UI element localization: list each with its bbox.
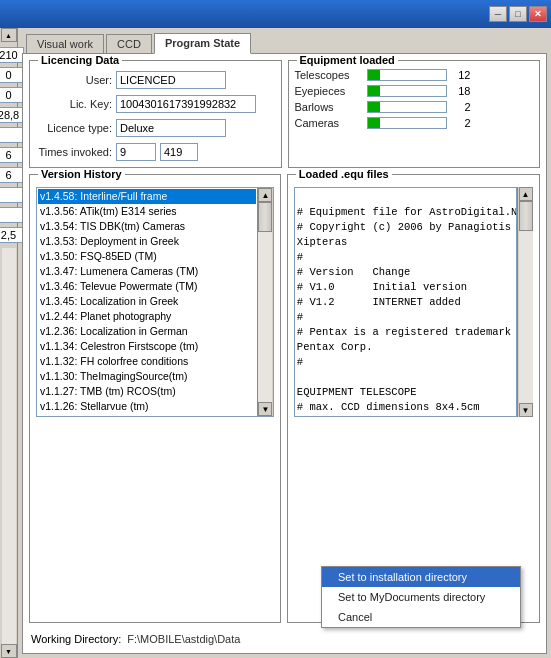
bottom-sections: Version History v1.4.58: Interline/Full … (29, 174, 540, 623)
lickey-label: Lic. Key: (36, 98, 112, 110)
version-item[interactable]: v1.3.54: TIS DBK(tm) Cameras (38, 219, 256, 234)
left-value-4: 28,8 (0, 107, 24, 123)
licensing-title: Licencing Data (38, 54, 122, 66)
equ-scroll-up[interactable]: ▲ (519, 187, 533, 201)
licensing-section: Licencing Data User: Lic. Key: Licence t… (29, 60, 282, 168)
user-input[interactable] (116, 71, 226, 89)
maximize-button[interactable]: □ (509, 6, 527, 22)
version-item[interactable]: v1.3.56: ATik(tm) E314 series (38, 204, 256, 219)
version-scrollbar[interactable]: ▲ ▼ (257, 188, 273, 416)
working-dir-label: Working Directory: (31, 633, 121, 645)
equ-scroll-down[interactable]: ▼ (519, 403, 533, 417)
equipment-section: Equipment loaded Telescopes 12 Eyepieces… (288, 60, 541, 168)
left-value-6: 6 (0, 147, 24, 163)
eyepieces-count: 18 (451, 85, 471, 97)
left-value-9 (0, 207, 24, 223)
version-item[interactable]: v1.3.53: Deployment in Greek (38, 234, 256, 249)
title-bar-buttons: ─ □ ✕ (489, 6, 547, 22)
equ-scrollbar[interactable]: ▲ ▼ (517, 187, 533, 417)
version-item[interactable]: v1.1.30: TheImagingSource(tm) (38, 369, 256, 384)
barlows-bar (368, 102, 380, 112)
invoked-input[interactable] (116, 143, 156, 161)
tabs-area: Visual work CCD Program State (22, 32, 547, 53)
user-label: User: (36, 74, 112, 86)
equ-files-container: # Equipment file for AstroDigital.Net # … (294, 187, 533, 417)
version-list-inner: v1.4.58: Interline/Full frame v1.3.56: A… (37, 188, 257, 417)
invoked-extra-input[interactable] (160, 143, 198, 161)
minimize-button[interactable]: ─ (489, 6, 507, 22)
eyepieces-row: Eyepieces 18 (295, 85, 534, 97)
left-value-3: 0 (0, 87, 24, 103)
equ-files-title: Loaded .equ files (296, 168, 392, 180)
lictype-label: Licence type: (36, 122, 112, 134)
cameras-label: Cameras (295, 117, 363, 129)
context-menu-item-cancel[interactable]: Cancel (322, 607, 520, 627)
version-item[interactable]: v1.1.34: Celestron Firstscope (tm) (38, 339, 256, 354)
left-scroll-down[interactable]: ▼ (1, 644, 17, 658)
eyepieces-label: Eyepieces (295, 85, 363, 97)
version-item[interactable]: v1.3.46: Televue Powermate (TM) (38, 279, 256, 294)
version-item[interactable]: v1.1.27: TMB (tm) RCOS(tm) (38, 384, 256, 399)
equ-files-content[interactable]: # Equipment file for AstroDigital.Net # … (294, 187, 517, 417)
lickey-input[interactable] (116, 95, 256, 113)
equ-files-section: Loaded .equ files # Equipment file for A… (287, 174, 540, 623)
lictype-row: Licence type: (36, 119, 275, 137)
lickey-row: Lic. Key: (36, 95, 275, 113)
scroll-thumb[interactable] (258, 202, 272, 232)
invoked-row: Times invoked: (36, 143, 275, 161)
barlows-bar-container (367, 101, 447, 113)
eyepieces-bar-container (367, 85, 447, 97)
eyepieces-bar (368, 86, 380, 96)
content-area: Licencing Data User: Lic. Key: Licence t… (22, 53, 547, 654)
telescope-row: Telescopes 12 (295, 69, 534, 81)
telescope-bar (368, 70, 380, 80)
equ-scroll-thumb[interactable] (519, 201, 533, 231)
tab-visual-work[interactable]: Visual work (26, 34, 104, 54)
left-value-7: 6 (0, 167, 24, 183)
version-list[interactable]: v1.4.58: Interline/Full frame v1.3.56: A… (36, 187, 274, 417)
lictype-input[interactable] (116, 119, 226, 137)
tab-program-state[interactable]: Program State (154, 33, 251, 54)
telescope-bar-container (367, 69, 447, 81)
scroll-down-btn[interactable]: ▼ (258, 402, 272, 416)
left-value-8 (0, 187, 24, 203)
telescope-label: Telescopes (295, 69, 363, 81)
version-item[interactable]: v1.1.26: Stellarvue (tm) (38, 399, 256, 414)
top-sections: Licencing Data User: Lic. Key: Licence t… (29, 60, 540, 168)
left-value-1: 210 (0, 47, 24, 63)
version-item[interactable]: v1.2.44: Planet photography (38, 309, 256, 324)
version-item[interactable]: v1.1.25: Astro-Physics(tm) (38, 414, 256, 417)
telescope-count: 12 (451, 69, 471, 81)
version-item[interactable]: v1.3.50: FSQ-85ED (TM) (38, 249, 256, 264)
invoked-label: Times invoked: (36, 146, 112, 158)
user-row: User: (36, 71, 275, 89)
cameras-count: 2 (451, 117, 471, 129)
close-button[interactable]: ✕ (529, 6, 547, 22)
version-history-section: Version History v1.4.58: Interline/Full … (29, 174, 281, 623)
left-scroll-track (2, 248, 16, 644)
version-item[interactable]: v1.4.58: Interline/Full frame (38, 189, 256, 204)
context-menu: Set to installation directory Set to MyD… (321, 566, 521, 628)
version-history-title: Version History (38, 168, 125, 180)
cameras-row: Cameras 2 (295, 117, 534, 129)
equipment-title: Equipment loaded (297, 54, 398, 66)
barlows-row: Barlows 2 (295, 101, 534, 113)
version-item[interactable]: v1.3.45: Localization in Greek (38, 294, 256, 309)
scroll-up-btn[interactable]: ▲ (258, 188, 272, 202)
context-menu-item-install[interactable]: Set to installation directory (322, 567, 520, 587)
version-item[interactable]: v1.2.36: Localization in German (38, 324, 256, 339)
cameras-bar-container (367, 117, 447, 129)
version-item[interactable]: v1.1.32: FH colorfree conditions (38, 354, 256, 369)
version-item[interactable]: v1.3.47: Lumenera Cameras (TM) (38, 264, 256, 279)
context-menu-item-mydocs[interactable]: Set to MyDocuments directory (322, 587, 520, 607)
working-dir-value: F:\MOBILE\astdig\Data (127, 633, 538, 645)
left-value-10: 2,5 (0, 227, 24, 243)
equ-scroll-track (519, 201, 533, 403)
tab-ccd[interactable]: CCD (106, 34, 152, 54)
title-bar: ─ □ ✕ (0, 0, 551, 28)
left-scroll-up[interactable]: ▲ (1, 28, 17, 42)
bottom-row: Working Directory: F:\MOBILE\astdig\Data (29, 629, 540, 647)
left-value-5 (0, 127, 24, 143)
left-value-2: 0 (0, 67, 24, 83)
main-content: Visual work CCD Program State Licencing … (18, 28, 551, 658)
